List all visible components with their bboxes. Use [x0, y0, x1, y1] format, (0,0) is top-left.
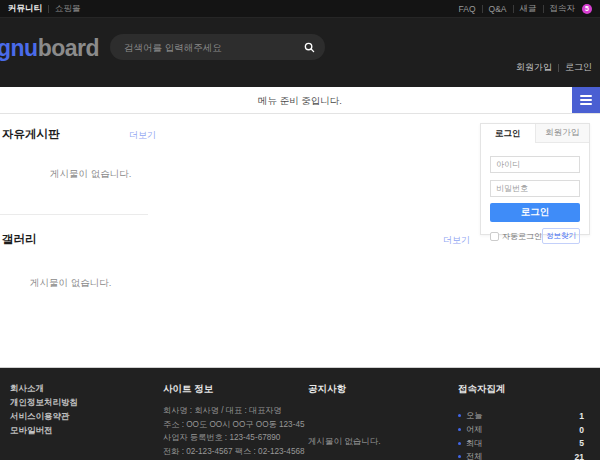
- site-footer: 회사소개 개인정보처리방침 서비스이용약관 모바일버전 사이트 정보 회사명 :…: [0, 367, 600, 460]
- visitor-stat-row: 어제 0: [458, 423, 584, 437]
- footer-links: 회사소개 개인정보처리방침 서비스이용약관 모바일버전: [10, 384, 78, 440]
- login-widget: 로그인 회원가입 로그인 자동로그인 정보찾기: [480, 123, 590, 235]
- stat-value: 1: [579, 411, 584, 421]
- menu-placeholder-text: 메뉴 준비 중입니다.: [0, 95, 600, 108]
- stat-label: 어제: [466, 424, 482, 435]
- member-links: 회원가입 로그인: [516, 61, 592, 74]
- footer-link-terms[interactable]: 서비스이용약관: [10, 412, 78, 421]
- site-info-line: 회사명 : 회사명 / 대표 : 대표자명: [163, 404, 305, 418]
- login-form: 로그인 자동로그인 정보찾기: [481, 143, 589, 244]
- gallery-more-link[interactable]: 더보기: [443, 234, 470, 247]
- site-info-title: 사이트 정보: [163, 384, 305, 394]
- visitor-stat-row: 전체 21: [458, 450, 584, 460]
- login-id-field[interactable]: [490, 156, 580, 173]
- signup-link[interactable]: 회원가입: [516, 61, 552, 74]
- search-bar: [110, 34, 325, 60]
- bullet-icon: [458, 442, 461, 445]
- find-info-button[interactable]: 정보찾기: [542, 228, 580, 244]
- separator: [513, 5, 514, 13]
- logo-text-gnu: gnu: [0, 35, 38, 61]
- site-logo[interactable]: gnuboard: [0, 35, 99, 62]
- notice-title: 공지사항: [308, 384, 381, 394]
- logo-text-board: board: [38, 35, 99, 61]
- stat-label: 전체: [466, 451, 482, 460]
- tab-login[interactable]: 로그인: [481, 124, 535, 143]
- footer-link-mobile[interactable]: 모바일버전: [10, 426, 78, 435]
- bullet-icon: [458, 428, 461, 431]
- stat-value: 5: [579, 438, 584, 448]
- stat-value: 0: [579, 425, 584, 435]
- visitor-stat-row: 오늘 1: [458, 409, 584, 423]
- main-menu-bar: 메뉴 준비 중입니다.: [0, 87, 600, 114]
- visitor-stats-title: 접속자집계: [458, 384, 584, 394]
- search-input[interactable]: [124, 42, 304, 53]
- free-board-more-link[interactable]: 더보기: [129, 129, 156, 142]
- login-password-field[interactable]: [490, 180, 580, 197]
- separator: [543, 5, 544, 13]
- auto-login-label: 자동로그인: [502, 231, 542, 242]
- top-utility-bar: 커뮤니티 쇼핑몰 FAQ Q&A 새글 접속자 5: [0, 0, 600, 18]
- search-icon: [304, 42, 315, 53]
- stat-label: 오늘: [466, 410, 482, 421]
- footer-visitor-stats: 접속자집계 오늘 1 어제 0 최대 5 전체 21: [458, 384, 584, 460]
- faq-link[interactable]: FAQ: [459, 4, 476, 14]
- footer-notice: 공지사항 게시물이 없습니다.: [308, 384, 381, 448]
- site-header: gnuboard 회원가입 로그인: [0, 18, 600, 87]
- stat-value: 21: [575, 452, 584, 460]
- gallery-title: 갤러리: [2, 232, 37, 247]
- new-posts-link[interactable]: 새글: [520, 3, 537, 15]
- visitor-count-badge: 5: [582, 4, 592, 14]
- site-info-line: 전화 : 02-123-4567 팩스 : 02-123-4568: [163, 445, 305, 459]
- bullet-icon: [458, 414, 461, 417]
- auto-login-checkbox[interactable]: [490, 232, 499, 241]
- footer-site-info: 사이트 정보 회사명 : 회사명 / 대표 : 대표자명 주소 : OO도 OO…: [163, 384, 305, 460]
- separator: [558, 64, 559, 72]
- site-info-line: 주소 : OO도 OO시 OO구 OO동 123-45: [163, 418, 305, 432]
- qna-link[interactable]: Q&A: [489, 4, 507, 14]
- section-divider: [0, 214, 148, 215]
- footer-link-privacy[interactable]: 개인정보처리방침: [10, 398, 78, 407]
- login-submit-button[interactable]: 로그인: [490, 203, 580, 222]
- login-link[interactable]: 로그인: [565, 61, 592, 74]
- login-options-row: 자동로그인 정보찾기: [490, 228, 580, 244]
- stat-label: 최대: [466, 438, 482, 449]
- free-board-title: 자유게시판: [2, 127, 60, 142]
- bullet-icon: [458, 455, 461, 458]
- hamburger-menu-button[interactable]: [572, 87, 600, 113]
- main-content: 자유게시판 더보기 게시물이 없습니다. 갤러리 더보기 게시물이 없습니다. …: [0, 114, 600, 367]
- topbar-left-nav: 커뮤니티 쇼핑몰: [8, 3, 81, 15]
- topbar-right-nav: FAQ Q&A 새글 접속자 5: [459, 3, 592, 15]
- login-tabs: 로그인 회원가입: [481, 124, 589, 143]
- visitors-link[interactable]: 접속자: [550, 3, 576, 15]
- auto-login-option[interactable]: 자동로그인: [490, 231, 542, 242]
- visitor-stat-row: 최대 5: [458, 436, 584, 450]
- notice-empty-text: 게시물이 없습니다.: [308, 436, 381, 448]
- tab-signup[interactable]: 회원가입: [535, 124, 590, 143]
- gallery-empty-text: 게시물이 없습니다.: [30, 277, 111, 290]
- free-board-empty-text: 게시물이 없습니다.: [50, 168, 131, 181]
- community-link[interactable]: 커뮤니티: [8, 3, 42, 15]
- separator: [482, 5, 483, 13]
- footer-link-company[interactable]: 회사소개: [10, 384, 78, 393]
- site-info-line: 사업자 등록번호 : 123-45-67890: [163, 431, 305, 445]
- shop-link[interactable]: 쇼핑몰: [55, 3, 81, 15]
- separator: [48, 5, 49, 13]
- search-button[interactable]: [304, 42, 315, 53]
